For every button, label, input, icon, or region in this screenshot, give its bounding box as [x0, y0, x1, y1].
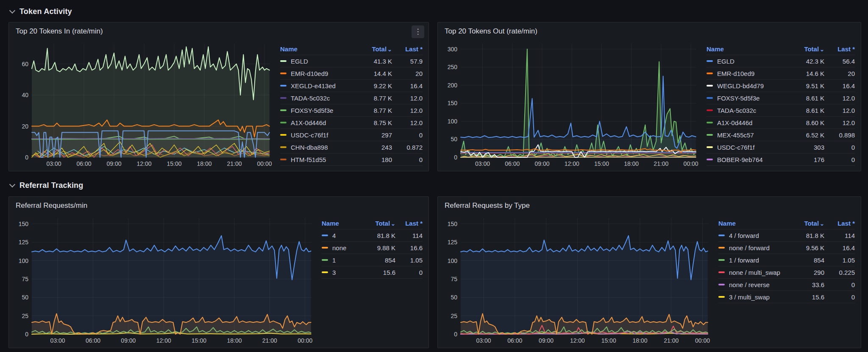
series-label: FOXSY-5d5f3e — [291, 107, 333, 114]
y-tick-label: 50 — [451, 136, 457, 142]
legend-row[interactable]: XEGLD-e413ed9.22 K16.4 — [280, 80, 423, 92]
y-tick-label: 40 — [22, 92, 28, 98]
series-total-value: 8.60 K — [788, 119, 824, 126]
series-color-icon — [280, 134, 287, 136]
series-total-value: 15.6 — [364, 269, 395, 276]
sort-desc-icon: ⌄ — [391, 221, 395, 227]
series-total-value: 14.6 K — [788, 70, 824, 77]
legend-row[interactable]: 1 / forward8541.05 — [718, 254, 855, 266]
legend-col-name[interactable]: Name — [280, 45, 356, 53]
series-last-value: 20 — [824, 70, 855, 77]
legend-row[interactable]: 3 / multi_swap15.60 — [718, 291, 855, 303]
legend-row[interactable]: WEGLD-bd4d799.51 K16.4 — [707, 80, 855, 92]
y-tick-label: 25 — [22, 313, 28, 319]
chart-tokens-in[interactable]: 03:0006:0009:0012:0015:0018:0021:0000:00… — [12, 39, 276, 169]
legend-series-name: none — [322, 244, 364, 251]
series-label: WEGLD-bd4d79 — [717, 82, 764, 89]
legend-row[interactable]: 481.8 K114 — [322, 229, 423, 242]
series-label: FOXSY-5d5f3e — [717, 95, 760, 102]
legend-row[interactable]: CHN-dba8982430.872 — [280, 141, 423, 154]
series-color-icon — [322, 235, 328, 236]
legend-series-name: EGLD — [707, 58, 788, 65]
legend-row[interactable]: HTM-f51d551800 — [280, 154, 423, 166]
legend-col-last[interactable]: Last * — [392, 45, 423, 53]
x-tick-label: 15:00 — [594, 160, 609, 167]
legend-row[interactable]: none / reverse33.60 — [718, 279, 855, 291]
legend-series-name: TADA-5c032c — [707, 107, 788, 114]
legend-row[interactable]: FOXSY-5d5f3e8.77 K12.0 — [280, 104, 423, 117]
panel-menu-button[interactable]: ⋮ — [412, 25, 424, 38]
series-color-icon — [707, 146, 713, 148]
panel-title: Referral Requests by Type — [445, 201, 530, 210]
chart-referral-requests[interactable]: 03:0006:0009:0012:0015:0018:0021:0000:00… — [12, 214, 317, 346]
series-total-value: 8.77 K — [356, 95, 392, 102]
legend-row[interactable]: BOBER-9eb7641760 — [707, 154, 855, 166]
legend-col-last[interactable]: Last * — [824, 45, 855, 53]
chart-referral-by-type[interactable]: 03:0006:0009:0012:0015:0018:0021:0000:00… — [441, 214, 714, 346]
section-token-activity[interactable]: Token Activity — [10, 6, 72, 17]
legend-col-last[interactable]: Last * — [395, 220, 423, 227]
legend-row[interactable]: TADA-5c032c8.77 K12.0 — [280, 92, 423, 104]
legend-row[interactable]: EMR-d10ed914.6 K20 — [707, 67, 855, 80]
chart-tokens-out[interactable]: 03:0006:0009:0012:0015:0018:0021:0000:00… — [441, 39, 702, 169]
y-tick-label: 300 — [448, 46, 458, 53]
legend-col-total[interactable]: Total⌄ — [788, 45, 824, 53]
series-color-icon — [707, 109, 713, 111]
legend-col-name[interactable]: Name — [707, 45, 788, 53]
series-total-value: 42.3 K — [788, 58, 824, 65]
legend-col-total[interactable]: Total⌄ — [788, 220, 824, 227]
x-tick-label: 18:00 — [624, 160, 639, 167]
legend-row[interactable]: EGLD42.3 K56.4 — [707, 55, 855, 67]
legend-row[interactable]: A1X-0d446d8.60 K12.0 — [707, 117, 855, 129]
series-label: USDC-c76f1f — [717, 144, 754, 151]
series-total-value: 9.88 K — [364, 244, 395, 251]
legend-series-name: 4 / forward — [718, 232, 788, 239]
legend-row[interactable]: USDC-c76f1f2970 — [280, 129, 423, 141]
legend-series-name: none / forward — [718, 244, 788, 251]
y-tick-label: 0 — [25, 154, 28, 161]
x-tick-label: 18:00 — [632, 337, 647, 344]
series-total-value: 854 — [788, 257, 824, 264]
legend-series-name: MEX-455c57 — [707, 131, 788, 139]
legend-row[interactable]: 4 / forward81.8 K114 — [718, 229, 855, 242]
series-color-icon — [280, 122, 287, 123]
legend-row[interactable]: 315.60 — [322, 266, 423, 279]
legend-series-name: A1X-0d446d — [707, 119, 788, 126]
legend-row[interactable]: FOXSY-5d5f3e8.61 K12.0 — [707, 92, 855, 104]
legend-col-name[interactable]: Name — [322, 220, 364, 227]
series-color-icon — [707, 159, 713, 160]
legend-row[interactable]: 18541.05 — [322, 254, 423, 266]
series-last-value: 0 — [824, 281, 855, 288]
panel-title: Top 20 Tokens Out (rate/min) — [445, 27, 537, 36]
legend-row[interactable]: none / multi_swap2900.225 — [718, 266, 855, 279]
legend-series-name: A1X-0d446d — [280, 119, 356, 126]
legend-row[interactable]: none9.88 K16.6 — [322, 242, 423, 254]
legend-row[interactable]: EGLD41.3 K57.9 — [280, 55, 423, 67]
series-total-value: 8.61 K — [788, 95, 824, 102]
legend-row[interactable]: MEX-455c576.52 K0.898 — [707, 129, 855, 141]
series-total-value: 176 — [788, 156, 824, 163]
legend-row[interactable]: A1X-0d446d8.75 K12.0 — [280, 117, 423, 129]
series-last-value: 0 — [392, 156, 423, 163]
legend-row[interactable]: USDC-c76f1f3030 — [707, 141, 855, 154]
legend-col-total[interactable]: Total⌄ — [364, 220, 395, 227]
legend-col-name[interactable]: Name — [718, 220, 788, 227]
y-tick-label: 20 — [22, 123, 28, 130]
series-total-value: 14.4 K — [356, 70, 392, 77]
x-tick-label: 15:00 — [601, 337, 616, 344]
sort-desc-icon: ⌄ — [820, 221, 824, 227]
y-tick-label: 150 — [19, 221, 29, 227]
series-total-value: 8.77 K — [356, 107, 392, 114]
series-last-value: 1.05 — [395, 257, 423, 264]
series-total-value: 303 — [788, 144, 824, 151]
legend-row[interactable]: TADA-5c032c8.61 K12.0 — [707, 104, 855, 117]
series-label: none / multi_swap — [729, 269, 780, 276]
section-referral-tracking[interactable]: Referral Tracking — [10, 180, 83, 191]
x-tick-label: 09:00 — [534, 160, 549, 167]
legend-col-last[interactable]: Last * — [824, 220, 855, 227]
legend-row[interactable]: EMR-d10ed914.4 K20 — [280, 67, 423, 80]
legend-col-total[interactable]: Total⌄ — [356, 45, 392, 53]
legend-row[interactable]: none / forward9.56 K16.4 — [718, 242, 855, 254]
x-tick-label: 00:00 — [257, 160, 272, 167]
y-tick-label: 100 — [448, 257, 458, 264]
